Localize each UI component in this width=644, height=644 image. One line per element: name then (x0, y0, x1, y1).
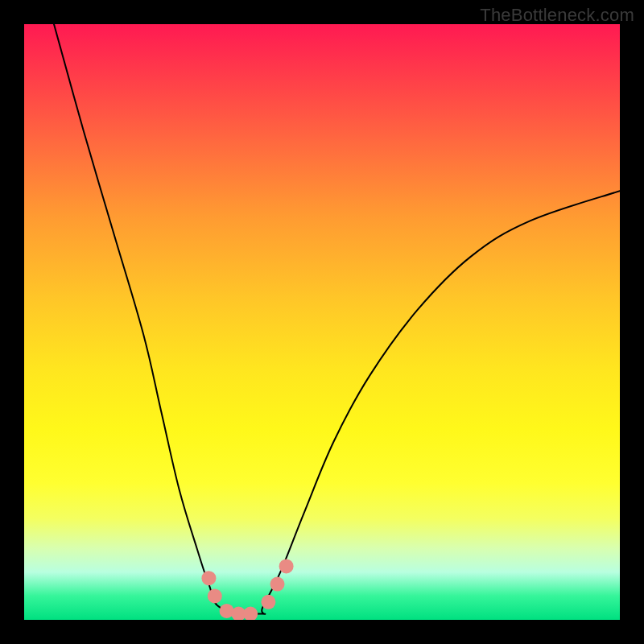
marker-dot (201, 571, 216, 585)
chart-frame: TheBottleneck.com (0, 0, 644, 644)
marker-dot (208, 588, 222, 603)
watermark-text: TheBottleneck.com (480, 5, 634, 26)
plot-area (24, 24, 620, 620)
marker-group (201, 559, 293, 620)
marker-dot (270, 577, 285, 592)
marker-dot (279, 559, 294, 573)
marker-dot (243, 607, 258, 620)
marker-dot (261, 595, 275, 609)
bottleneck-curve (54, 24, 620, 614)
curve-svg (24, 24, 620, 620)
